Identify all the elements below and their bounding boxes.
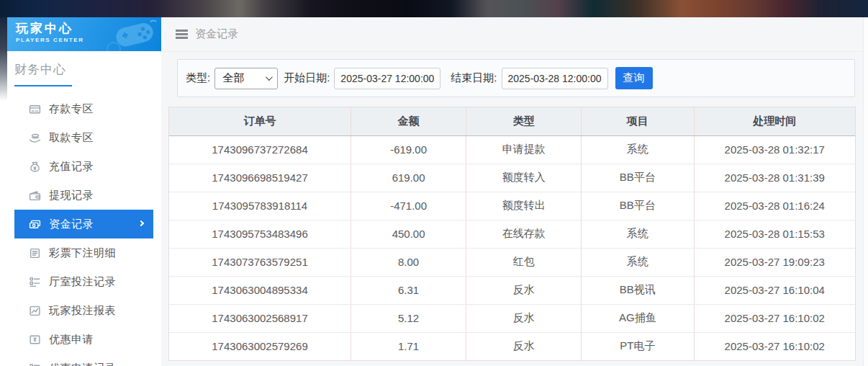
order-no-cell: 1743063002568917: [169, 304, 351, 332]
type-cell: 额度转出: [466, 192, 582, 220]
sidebar-item-promo-apply-records[interactable]: 优惠申请记录: [7, 354, 161, 366]
sidebar-menu: 存款专区 取款专区 充值记录 提现记录: [7, 94, 161, 366]
type-cell: 在线存款: [466, 220, 582, 248]
time-cell: 2025-03-27 16:10:02: [694, 304, 855, 332]
sidebar-item-label: 优惠申请记录: [49, 362, 116, 366]
chevron-down-icon: [266, 73, 273, 81]
type-cell: 红包: [466, 248, 582, 276]
column-header-project: 项目: [582, 107, 694, 135]
table-row: 1743096737272684 -619.00 申请提款 系统 2025-03…: [169, 135, 855, 164]
amount-cell: 8.00: [351, 248, 466, 276]
column-header-time: 处理时间: [694, 107, 855, 135]
amount-cell: 1.71: [351, 332, 466, 360]
chevron-right-icon: [138, 220, 144, 226]
sidebar-item-label: 存款专区: [49, 102, 94, 116]
end-date-input[interactable]: [502, 68, 608, 89]
sidebar-item-deposit-zone[interactable]: 存款专区: [7, 94, 161, 123]
deposit-card-icon: [29, 103, 41, 115]
amount-cell: -471.00: [351, 192, 466, 220]
sidebar-section-title: 财务中心: [14, 61, 161, 78]
time-cell: 2025-03-28 01:32:17: [694, 135, 855, 164]
column-header-order-no: 订单号: [169, 107, 351, 135]
sidebar-item-label: 充值记录: [49, 160, 94, 174]
order-no-cell: 1743073763579251: [169, 248, 351, 276]
order-no-cell: 1743096698519427: [169, 164, 351, 192]
time-cell: 2025-03-28 01:15:53: [694, 220, 855, 248]
list-icon: [29, 362, 41, 366]
sidebar-header: 玩家中心 PLAYERS CENTER: [7, 17, 161, 51]
time-cell: 2025-03-27 16:10:02: [694, 332, 855, 360]
sidebar-item-promo-apply[interactable]: 优惠申请: [7, 325, 161, 354]
end-date-label: 结束日期:: [451, 71, 497, 85]
wallet-icon: [29, 189, 41, 202]
main-panel: 资金记录 类型: 全部 开始日期: 结束日期: 查询 订单号 金额 类型: [161, 17, 868, 366]
amount-cell: 6.31: [351, 276, 466, 304]
table-row: 1743063004895334 6.31 反水 BB视讯 2025-03-27…: [169, 276, 855, 304]
type-cell: 反水: [466, 304, 582, 332]
time-cell: 2025-03-28 01:31:39: [694, 164, 855, 192]
sidebar-item-label: 玩家投注报表: [49, 304, 116, 318]
amount-cell: 450.00: [351, 220, 466, 248]
project-cell: BB平台: [582, 192, 694, 220]
withdraw-hand-icon: [29, 132, 41, 144]
sidebar-item-label: 彩票下注明细: [49, 246, 116, 260]
type-select[interactable]: 全部: [214, 68, 278, 89]
amount-cell: -619.00: [351, 135, 466, 164]
sidebar-item-label: 资金记录: [49, 218, 94, 231]
app-window: 玩家中心 PLAYERS CENTER 财务中心: [7, 17, 868, 366]
type-cell: 反水: [466, 332, 582, 360]
table-row: 1743063002568917 5.12 反水 AG捕鱼 2025-03-27…: [169, 304, 855, 332]
order-no-cell: 1743095783918114: [169, 192, 351, 220]
project-cell: AG捕鱼: [582, 304, 694, 332]
time-cell: 2025-03-27 19:09:23: [694, 248, 855, 276]
sidebar-item-withdrawal-records[interactable]: 提现记录: [7, 181, 161, 210]
type-cell: 额度转入: [466, 164, 582, 192]
order-no-cell: 1743096737272684: [169, 135, 351, 164]
type-select-value: 全部: [222, 71, 244, 85]
order-no-cell: 1743063002579269: [169, 332, 351, 360]
top-banner: [0, 0, 868, 17]
table-row: 1743063002579269 1.71 反水 PT电子 2025-03-27…: [169, 332, 855, 360]
time-cell: 2025-03-28 01:16:24: [694, 192, 855, 220]
document-icon: [29, 247, 41, 259]
coupon-icon: [29, 334, 41, 346]
sidebar-item-recharge-records[interactable]: 充值记录: [7, 152, 161, 181]
table-row: 1743096698519427 619.00 额度转入 BB平台 2025-0…: [169, 164, 855, 192]
page-title: 资金记录: [195, 27, 238, 41]
time-cell: 2025-03-27 16:10:04: [694, 276, 855, 304]
sidebar-item-lottery-bet-details[interactable]: 彩票下注明细: [7, 238, 161, 267]
sidebar-item-player-bet-report[interactable]: 玩家投注报表: [7, 296, 161, 325]
table-row: 1743095753483496 450.00 在线存款 系统 2025-03-…: [169, 220, 855, 248]
table-row: 1743095783918114 -471.00 额度转出 BB平台 2025-…: [169, 192, 855, 220]
amount-cell: 5.12: [351, 304, 466, 332]
sidebar: 玩家中心 PLAYERS CENTER 财务中心: [7, 17, 161, 366]
sidebar-item-label: 提现记录: [49, 189, 94, 202]
sidebar-item-hall-bet-records[interactable]: 厅室投注记录: [7, 267, 161, 296]
scrollbar[interactable]: [863, 17, 868, 366]
column-header-type: 类型: [466, 107, 582, 135]
menu-toggle-icon[interactable]: [176, 30, 188, 39]
start-date-label: 开始日期:: [284, 71, 330, 85]
order-no-cell: 1743095753483496: [169, 220, 351, 248]
funds-record-table: 订单号 金额 类型 项目 处理时间 1743096737272684 -619.…: [168, 107, 856, 361]
project-cell: 系统: [582, 220, 694, 248]
project-cell: BB视讯: [582, 276, 694, 304]
left-banner-edge: [0, 17, 7, 101]
project-cell: 系统: [582, 135, 694, 164]
table-header-row: 订单号 金额 类型 项目 处理时间: [169, 107, 855, 135]
type-cell: 申请提款: [466, 135, 582, 164]
section-underline: [14, 85, 72, 86]
sidebar-item-label: 取款专区: [49, 131, 94, 145]
breadcrumb: 资金记录: [161, 17, 868, 52]
type-cell: 反水: [466, 276, 582, 304]
search-button[interactable]: 查询: [615, 67, 653, 89]
project-cell: PT电子: [582, 332, 694, 360]
list-icon: [29, 276, 41, 288]
sidebar-item-funds-records[interactable]: 资金记录: [14, 210, 153, 238]
table-row: 1743073763579251 8.00 红包 系统 2025-03-27 1…: [169, 248, 855, 276]
order-no-cell: 1743063004895334: [169, 276, 351, 304]
sidebar-item-withdraw-zone[interactable]: 取款专区: [7, 123, 161, 152]
start-date-input[interactable]: [334, 68, 440, 89]
sidebar-item-label: 厅室投注记录: [49, 275, 116, 289]
column-header-amount: 金额: [351, 107, 466, 135]
